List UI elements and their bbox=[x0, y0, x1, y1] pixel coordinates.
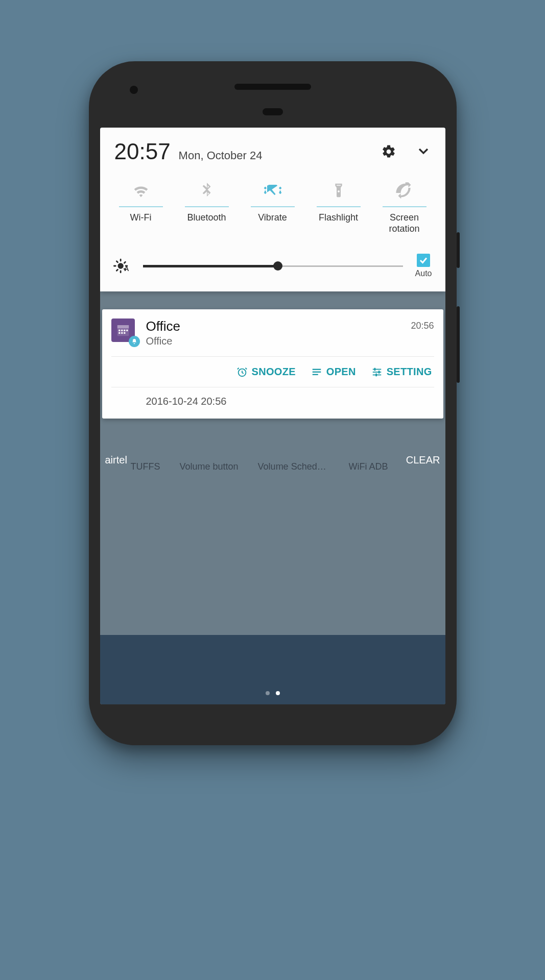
tile-vibrate[interactable]: Vibrate bbox=[244, 179, 301, 234]
svg-rect-12 bbox=[313, 369, 321, 370]
flashlight-icon bbox=[330, 179, 347, 202]
notification-app-icon bbox=[111, 318, 137, 344]
notification-badge-icon bbox=[129, 336, 140, 347]
homescreen-app-labels: TUFFS Volume button Volume Schedu… WiFi … bbox=[100, 461, 445, 472]
tile-bluetooth[interactable]: Bluetooth bbox=[178, 179, 235, 234]
check-icon bbox=[419, 256, 428, 265]
bluetooth-icon bbox=[198, 179, 216, 202]
brightness-slider[interactable] bbox=[143, 261, 403, 271]
open-button[interactable]: OPEN bbox=[311, 366, 356, 378]
qs-header: 20:57 Mon, October 24 bbox=[100, 128, 445, 169]
svg-rect-7 bbox=[126, 330, 128, 331]
svg-rect-19 bbox=[378, 371, 380, 374]
svg-rect-20 bbox=[375, 373, 377, 376]
page-indicator bbox=[100, 691, 445, 695]
tile-screen-rotation[interactable]: Screen rotation bbox=[376, 179, 433, 234]
tile-label: Screen rotation bbox=[376, 212, 433, 234]
clock-time: 20:57 bbox=[114, 139, 171, 164]
settings-button[interactable] bbox=[380, 143, 397, 160]
phone-sensor bbox=[263, 108, 283, 115]
svg-rect-8 bbox=[119, 332, 120, 334]
notification-title: Office bbox=[146, 318, 402, 334]
expand-button[interactable] bbox=[415, 142, 432, 160]
app-label: Volume button bbox=[180, 461, 239, 472]
power-button bbox=[457, 232, 460, 268]
svg-rect-13 bbox=[313, 371, 321, 372]
rotation-icon bbox=[394, 179, 415, 202]
app-label: TUFFS bbox=[131, 461, 160, 472]
svg-rect-15 bbox=[372, 369, 381, 370]
wifi-icon bbox=[131, 179, 151, 202]
snooze-button[interactable]: SNOOZE bbox=[236, 366, 296, 378]
notification-timestamp: 2016-10-24 20:56 bbox=[111, 387, 434, 409]
auto-brightness-icon: A bbox=[113, 257, 131, 275]
calendar-icon bbox=[115, 323, 131, 338]
list-icon bbox=[311, 366, 322, 378]
app-label: Volume Schedu… bbox=[258, 461, 329, 472]
screen: airtel CLEAR TUFFS Volume button Volume … bbox=[100, 128, 445, 704]
brightness-row: A Auto bbox=[100, 238, 445, 291]
svg-rect-10 bbox=[124, 332, 125, 334]
svg-rect-14 bbox=[313, 374, 318, 375]
notification-subtitle: Office bbox=[146, 335, 402, 347]
tile-flashlight[interactable]: Flashlight bbox=[310, 179, 367, 234]
svg-rect-6 bbox=[124, 330, 125, 331]
svg-rect-5 bbox=[121, 330, 123, 331]
chevron-down-icon bbox=[415, 143, 432, 159]
notification-card[interactable]: Office Office 20:56 SNOOZE OPEN SETTING bbox=[102, 309, 443, 419]
app-label: WiFi ADB bbox=[349, 461, 388, 472]
svg-rect-4 bbox=[119, 330, 120, 331]
tile-label: Bluetooth bbox=[187, 212, 226, 224]
auto-brightness-checkbox[interactable] bbox=[417, 254, 430, 267]
auto-label: Auto bbox=[415, 269, 432, 278]
sliders-icon bbox=[371, 366, 383, 378]
svg-text:A: A bbox=[124, 265, 129, 273]
tile-wifi[interactable]: Wi-Fi bbox=[112, 179, 170, 234]
svg-rect-18 bbox=[374, 368, 375, 371]
volume-rocker bbox=[457, 306, 460, 383]
tile-label: Vibrate bbox=[258, 212, 287, 224]
svg-rect-9 bbox=[121, 332, 123, 334]
clock-date: Mon, October 24 bbox=[179, 149, 263, 162]
tile-label: Wi-Fi bbox=[130, 212, 152, 224]
vibrate-icon bbox=[262, 179, 284, 202]
phone-frame: airtel CLEAR TUFFS Volume button Volume … bbox=[89, 61, 457, 745]
svg-point-0 bbox=[117, 263, 123, 269]
tile-label: Flashlight bbox=[319, 212, 358, 224]
bell-icon bbox=[131, 338, 137, 345]
setting-button[interactable]: SETTING bbox=[371, 366, 432, 378]
qs-tiles-row: Wi-Fi Bluetooth Vibrate bbox=[100, 169, 445, 238]
quick-settings-panel: 20:57 Mon, October 24 Wi-Fi bbox=[100, 128, 445, 291]
notification-time: 20:56 bbox=[411, 321, 434, 347]
svg-rect-16 bbox=[372, 372, 381, 373]
svg-rect-3 bbox=[117, 325, 129, 328]
alarm-icon bbox=[236, 366, 248, 378]
gear-icon bbox=[381, 144, 396, 159]
phone-speaker bbox=[234, 84, 311, 90]
